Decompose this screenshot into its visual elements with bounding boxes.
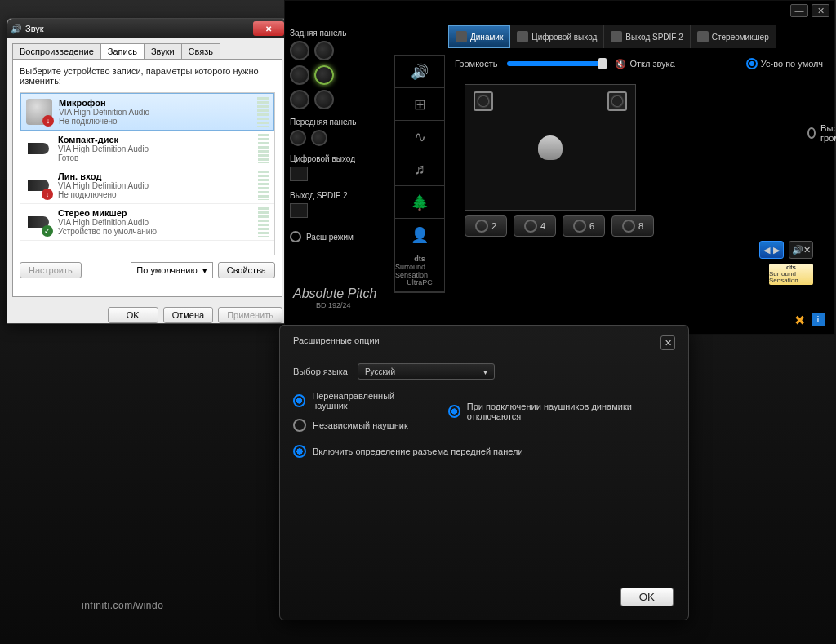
tab-digital-out[interactable]: Цифровой выход (510, 25, 604, 48)
radio-icon (290, 231, 301, 242)
jack-port[interactable] (290, 90, 309, 109)
info-button[interactable]: i (812, 313, 825, 326)
language-select[interactable]: Русский ▾ (358, 363, 495, 380)
advanced-options-dialog: Расширенные опции ✕ Выбор языка Русский … (279, 325, 689, 620)
environment-icon[interactable]: 🌲 (395, 186, 444, 219)
wave-icon (611, 31, 622, 42)
default-device-toggle[interactable]: Ус-во по умолч (746, 58, 823, 69)
digital-port-icon[interactable] (290, 167, 308, 181)
tab-spdif[interactable]: Выход SPDIF 2 (604, 25, 691, 48)
brand-logo: Absolute Pitch BD 192/24 (293, 286, 376, 309)
ext-mode-toggle[interactable]: Расш режим (290, 231, 386, 242)
jack-port[interactable] (314, 41, 334, 60)
jack-port[interactable] (311, 130, 327, 146)
opt-independent-headphone[interactable]: Независимый наушник (293, 419, 425, 432)
equalizer-icon[interactable]: ♬ (395, 153, 444, 186)
jack-port[interactable] (290, 65, 309, 85)
close-button[interactable]: ✕ (660, 335, 675, 350)
configure-button[interactable]: Настроить (20, 262, 82, 278)
disconnected-badge-icon: ↓ (42, 115, 54, 127)
settings-button[interactable]: ✖ (792, 313, 807, 327)
normalize-toggle[interactable]: Выравнивание громкости (807, 123, 836, 143)
disconnected-badge-icon: ↓ (42, 189, 53, 200)
level-meter (258, 171, 269, 200)
speaker-config-icon[interactable]: ⊞ (395, 88, 444, 121)
jack-port[interactable] (314, 90, 334, 109)
ring-icon (622, 220, 635, 233)
speakers-6-button[interactable]: 6 (563, 215, 605, 237)
close-button[interactable]: ✕ (812, 4, 829, 17)
device-name: Компакт-диск (58, 135, 251, 144)
device-line-in[interactable]: ↓ Лин. вход VIA High Definition Audio Не… (20, 167, 274, 204)
volume-slider[interactable] (507, 61, 605, 66)
speakers-2-button[interactable]: 2 (465, 215, 507, 237)
tools-button[interactable]: 🔊✕ (789, 241, 813, 259)
play-test-button[interactable]: ◀ ▶ (759, 241, 784, 259)
tab-communications[interactable]: Связь (181, 43, 220, 59)
audio-control-panel: — ✕ Задняя панель Передняя панель Цифров… (284, 0, 835, 335)
device-sub: VIA High Definition Audio (58, 181, 251, 190)
dts-logo: dtsSurround Sensation (769, 264, 813, 285)
speaker-layout-view (465, 84, 636, 211)
close-button[interactable]: ✕ (253, 21, 284, 36)
speaker-icon: 🔊 (11, 24, 22, 34)
device-name: Микрофон (59, 98, 251, 108)
ring-icon (475, 220, 488, 233)
mute-button[interactable]: 🔇Откл звука (615, 59, 674, 69)
tab-recording[interactable]: Запись (100, 43, 145, 59)
ok-button[interactable]: OK (620, 588, 674, 606)
device-microphone[interactable]: ↓ Микрофон VIA High Definition Audio Не … (20, 93, 274, 131)
cancel-button[interactable]: Отмена (163, 307, 213, 323)
device-status: Не подключено (58, 190, 251, 199)
digital-port-icon[interactable] (290, 203, 308, 218)
tab-stereomix[interactable]: Стереомикшер (691, 25, 776, 48)
tab-speaker[interactable]: Динамик (448, 25, 510, 48)
jack-port-active[interactable] (314, 65, 334, 85)
opt-redirected-headphone[interactable]: Перенаправленный наушник (293, 391, 425, 411)
ok-button[interactable]: OK (108, 307, 158, 323)
minimize-button[interactable]: — (790, 4, 808, 17)
device-status: Не подключено (59, 117, 251, 126)
opt-speakers-off-on-hp[interactable]: При подключении наушников динамики отклю… (448, 391, 676, 432)
effect-icon-strip: 🔊 ⊞ ∿ ♬ 🌲 👤 dts Surround Sensation Ultra… (394, 55, 445, 293)
speakers-4-button[interactable]: 4 (514, 215, 556, 237)
radio-off-icon (293, 419, 306, 432)
device-stereo-mix[interactable]: ✓ Стерео микшер VIA High Definition Audi… (20, 204, 274, 241)
tab-body: Выберите устройство записи, параметры ко… (12, 59, 282, 297)
language-label: Выбор языка (293, 366, 348, 376)
front-panel-label: Передняя панель (290, 118, 386, 127)
opt-jack-detection[interactable]: Включить определение разъема передней па… (293, 445, 675, 458)
properties-button[interactable]: Свойства (218, 262, 275, 278)
speakers-8-button[interactable]: 8 (611, 215, 654, 237)
set-default-dropdown[interactable]: По умолчанию▾ (131, 262, 212, 278)
tab-sounds[interactable]: Звуки (144, 43, 182, 59)
speaker-count-buttons: 2 4 6 8 (465, 215, 829, 237)
device-cd[interactable]: Компакт-диск VIA High Definition Audio Г… (20, 131, 274, 167)
device-status: Устройство по умолчанию (58, 227, 251, 236)
device-sub: VIA High Definition Audio (59, 108, 251, 117)
rear-panel-label: Задняя панель (290, 29, 386, 38)
radio-icon (807, 127, 816, 139)
speaker-fl-icon[interactable] (474, 91, 493, 111)
speaker-fr-icon[interactable] (607, 91, 627, 111)
radio-on-icon (293, 445, 306, 458)
cable-icon: ↓ (25, 172, 51, 198)
tab-playback[interactable]: Воспроизведение (12, 43, 101, 59)
jack-port[interactable] (290, 41, 309, 60)
radio-on-icon (448, 405, 460, 418)
level-meter (258, 134, 269, 163)
dts-icon[interactable]: dts Surround Sensation UltraPC (395, 251, 444, 292)
wave-icon[interactable]: ∿ (395, 121, 444, 153)
jack-port[interactable] (290, 130, 306, 146)
device-name: Стерео микшер (58, 208, 251, 218)
titlebar[interactable]: 🔊 Звук ✕ (7, 19, 287, 38)
cable-icon (25, 135, 51, 162)
default-badge-icon: ✓ (42, 225, 53, 237)
note-icon (697, 31, 709, 42)
mute-icon: 🔇 (615, 59, 626, 69)
digital-out-label: Цифровой выход (290, 154, 386, 163)
volume-icon[interactable]: 🔊 (395, 56, 444, 88)
apply-button[interactable]: Применить (218, 307, 282, 323)
karaoke-icon[interactable]: 👤 (395, 219, 444, 251)
window-title: Звук (25, 24, 44, 33)
